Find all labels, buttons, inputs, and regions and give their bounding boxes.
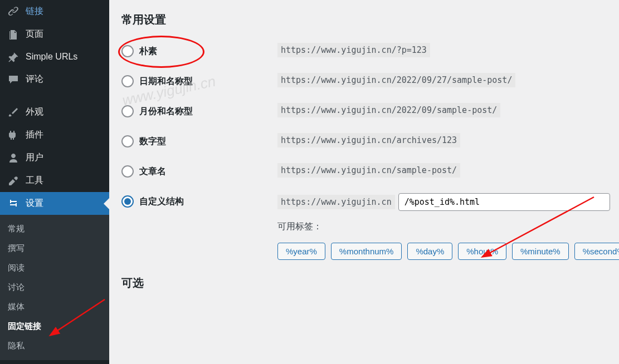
sidebar-item-pages[interactable]: 页面 bbox=[0, 23, 109, 46]
sidebar-item-label: 工具 bbox=[26, 175, 43, 186]
radio-month-name[interactable] bbox=[121, 105, 134, 117]
sidebar-item-label: 链接 bbox=[26, 6, 43, 17]
url-example: https://www.yigujin.cn/2022/09/27/sample… bbox=[277, 73, 515, 87]
sidebar-item-settings[interactable]: 设置 bbox=[0, 192, 109, 215]
sidebar-item-users[interactable]: 用户 bbox=[0, 146, 109, 169]
tag-second[interactable]: %second% bbox=[574, 243, 619, 260]
option-month-name: 月份和名称型 https://www.yigujin.cn/2022/09/sa… bbox=[121, 103, 607, 117]
page-icon bbox=[7, 29, 20, 40]
url-example: https://www.yigujin.cn/archives/123 bbox=[277, 133, 460, 147]
sidebar-item-label: 插件 bbox=[26, 129, 43, 141]
radio-plain[interactable] bbox=[121, 45, 134, 57]
brush-icon bbox=[7, 107, 20, 118]
radio-custom[interactable] bbox=[121, 195, 134, 208]
option-label: 自定义结构 bbox=[139, 196, 184, 208]
sidebar-item-comments[interactable]: 评论 bbox=[0, 68, 109, 91]
url-example: https://www.yigujin.cn/sample-post/ bbox=[277, 163, 460, 178]
user-icon bbox=[7, 153, 20, 164]
url-example: https://www.yigujin.cn/?p=123 bbox=[277, 43, 430, 57]
sidebar-item-label: 评论 bbox=[26, 73, 43, 85]
custom-url-prefix: https://www.yigujin.cn bbox=[277, 195, 395, 209]
sidebar-item-appearance[interactable]: 外观 bbox=[0, 101, 109, 124]
sidebar-item-tools[interactable]: 工具 bbox=[0, 169, 109, 192]
option-numeric: 数字型 https://www.yigujin.cn/archives/123 bbox=[121, 133, 607, 147]
option-custom: 自定义结构 https://www.yigujin.cn 可用标签： %year… bbox=[121, 193, 607, 260]
pin-icon bbox=[7, 51, 20, 62]
custom-structure-input[interactable] bbox=[398, 193, 610, 211]
url-example: https://www.yigujin.cn/2022/09/sample-po… bbox=[277, 103, 500, 117]
tag-day[interactable]: %day% bbox=[407, 243, 452, 260]
option-label: 朴素 bbox=[139, 46, 157, 57]
option-label: 月份和名称型 bbox=[139, 106, 193, 117]
tag-minute[interactable]: %minute% bbox=[512, 243, 569, 260]
sidebar-item-plugins[interactable]: 插件 bbox=[0, 124, 109, 146]
sidebar-item-simple-urls[interactable]: Simple URLs bbox=[0, 46, 109, 68]
tag-monthnum[interactable]: %monthnum% bbox=[331, 243, 402, 260]
settings-icon bbox=[7, 198, 20, 209]
settings-submenu: 常规 撰写 阅读 讨论 媒体 固定链接 隐私 bbox=[0, 215, 109, 360]
sidebar-item-label: 用户 bbox=[26, 152, 43, 164]
tag-hour[interactable]: %hour% bbox=[458, 243, 506, 260]
submenu-item-writing[interactable]: 撰写 bbox=[0, 239, 109, 258]
admin-sidebar: 链接 页面 Simple URLs 评论 外观 插件 用户 工具 设置 常规 撰… bbox=[0, 0, 109, 364]
submenu-item-permalinks[interactable]: 固定链接 bbox=[0, 317, 109, 336]
option-date-name: 日期和名称型 https://www.yigujin.cn/2022/09/27… bbox=[121, 73, 607, 87]
submenu-item-discussion[interactable]: 讨论 bbox=[0, 278, 109, 297]
sidebar-item-links[interactable]: 链接 bbox=[0, 0, 109, 23]
available-tags-label: 可用标签： bbox=[277, 221, 619, 233]
settings-content: 常用设置 朴素 https://www.yigujin.cn/?p=123 日期… bbox=[109, 0, 619, 364]
submenu-item-reading[interactable]: 阅读 bbox=[0, 258, 109, 278]
comment-icon bbox=[7, 74, 20, 85]
section-title-optional: 可选 bbox=[121, 276, 607, 291]
submenu-item-privacy[interactable]: 隐私 bbox=[0, 336, 109, 356]
sidebar-item-label: 设置 bbox=[26, 198, 43, 209]
sidebar-item-label: Simple URLs bbox=[26, 52, 77, 62]
sidebar-item-label: 外观 bbox=[26, 106, 43, 118]
option-plain: 朴素 https://www.yigujin.cn/?p=123 bbox=[121, 43, 607, 57]
sidebar-item-label: 页面 bbox=[26, 28, 43, 40]
option-label: 日期和名称型 bbox=[139, 76, 193, 87]
tag-year[interactable]: %year% bbox=[277, 243, 325, 260]
option-label: 数字型 bbox=[139, 136, 166, 147]
wrench-icon bbox=[7, 175, 20, 186]
radio-numeric[interactable] bbox=[121, 135, 134, 147]
link-icon bbox=[7, 6, 20, 17]
submenu-item-media[interactable]: 媒体 bbox=[0, 297, 109, 317]
plugin-icon bbox=[7, 130, 20, 141]
radio-date-name[interactable] bbox=[121, 75, 134, 87]
radio-postname[interactable] bbox=[121, 165, 134, 178]
submenu-item-general[interactable]: 常规 bbox=[0, 219, 109, 239]
option-label: 文章名 bbox=[139, 166, 166, 178]
tag-buttons: %year% %monthnum% %day% %hour% %minute% … bbox=[277, 243, 619, 260]
section-title-common: 常用设置 bbox=[121, 12, 607, 27]
permalink-options: 朴素 https://www.yigujin.cn/?p=123 日期和名称型 … bbox=[121, 43, 607, 260]
option-postname: 文章名 https://www.yigujin.cn/sample-post/ bbox=[121, 163, 607, 178]
